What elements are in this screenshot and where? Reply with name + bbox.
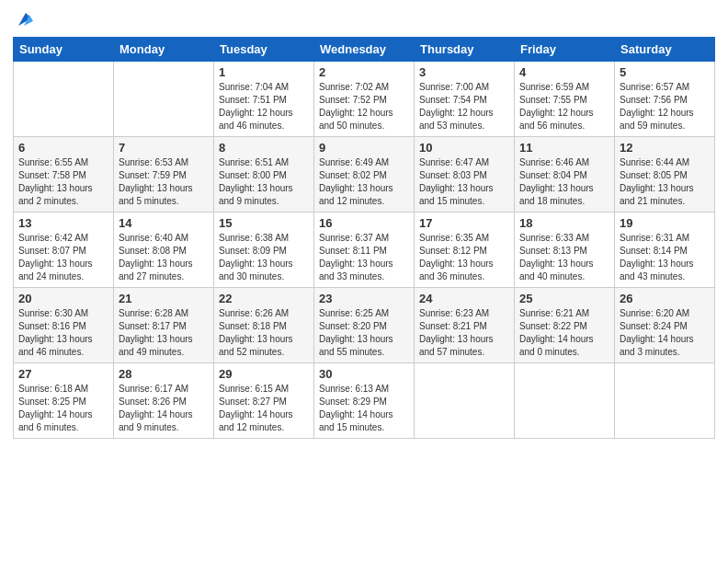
calendar-cell: 12Sunrise: 6:44 AM Sunset: 8:05 PM Dayli… — [615, 137, 715, 213]
header-row: SundayMondayTuesdayWednesdayThursdayFrid… — [14, 38, 715, 62]
day-info: Sunrise: 6:17 AM Sunset: 8:26 PM Dayligh… — [119, 383, 209, 434]
calendar-cell: 2Sunrise: 7:02 AM Sunset: 7:52 PM Daylig… — [314, 62, 415, 137]
day-info: Sunrise: 6:15 AM Sunset: 8:27 PM Dayligh… — [219, 383, 309, 434]
day-info: Sunrise: 7:04 AM Sunset: 7:51 PM Dayligh… — [219, 81, 309, 132]
calendar-cell: 29Sunrise: 6:15 AM Sunset: 8:27 PM Dayli… — [214, 363, 314, 439]
calendar-cell: 4Sunrise: 6:59 AM Sunset: 7:55 PM Daylig… — [515, 62, 615, 137]
calendar-cell: 24Sunrise: 6:23 AM Sunset: 8:21 PM Dayli… — [415, 288, 515, 363]
column-header-monday: Monday — [114, 38, 214, 62]
day-number: 10 — [419, 141, 509, 155]
day-info: Sunrise: 6:38 AM Sunset: 8:09 PM Dayligh… — [219, 232, 309, 283]
day-info: Sunrise: 6:25 AM Sunset: 8:20 PM Dayligh… — [319, 307, 409, 359]
day-number: 29 — [219, 367, 309, 381]
calendar-cell: 15Sunrise: 6:38 AM Sunset: 8:09 PM Dayli… — [214, 213, 314, 288]
day-info: Sunrise: 7:02 AM Sunset: 7:52 PM Dayligh… — [319, 81, 409, 132]
calendar-cell: 18Sunrise: 6:33 AM Sunset: 8:13 PM Dayli… — [515, 213, 615, 288]
day-info: Sunrise: 7:00 AM Sunset: 7:54 PM Dayligh… — [419, 81, 509, 132]
day-number: 8 — [219, 141, 309, 155]
calendar-cell: 10Sunrise: 6:47 AM Sunset: 8:03 PM Dayli… — [415, 137, 515, 213]
day-info: Sunrise: 6:57 AM Sunset: 7:56 PM Dayligh… — [620, 81, 710, 132]
calendar-cell: 25Sunrise: 6:21 AM Sunset: 8:22 PM Dayli… — [515, 288, 615, 363]
week-row-3: 13Sunrise: 6:42 AM Sunset: 8:07 PM Dayli… — [14, 213, 715, 288]
day-number: 14 — [119, 216, 209, 230]
day-number: 20 — [18, 292, 108, 305]
day-number: 11 — [519, 141, 609, 155]
calendar-cell: 16Sunrise: 6:37 AM Sunset: 8:11 PM Dayli… — [314, 213, 415, 288]
day-number: 6 — [18, 141, 108, 155]
column-header-wednesday: Wednesday — [314, 38, 415, 62]
day-info: Sunrise: 6:53 AM Sunset: 7:59 PM Dayligh… — [119, 156, 209, 208]
day-info: Sunrise: 6:28 AM Sunset: 8:17 PM Dayligh… — [119, 307, 209, 359]
calendar-cell: 3Sunrise: 7:00 AM Sunset: 7:54 PM Daylig… — [415, 62, 515, 137]
week-row-5: 27Sunrise: 6:18 AM Sunset: 8:25 PM Dayli… — [14, 363, 715, 439]
day-info: Sunrise: 6:59 AM Sunset: 7:55 PM Dayligh… — [519, 81, 609, 132]
day-number: 15 — [219, 216, 309, 230]
day-info: Sunrise: 6:55 AM Sunset: 7:58 PM Dayligh… — [18, 156, 108, 208]
day-info: Sunrise: 6:20 AM Sunset: 8:24 PM Dayligh… — [620, 307, 710, 359]
calendar-cell: 9Sunrise: 6:49 AM Sunset: 8:02 PM Daylig… — [314, 137, 415, 213]
day-info: Sunrise: 6:40 AM Sunset: 8:08 PM Dayligh… — [119, 232, 209, 283]
column-header-sunday: Sunday — [14, 38, 114, 62]
day-info: Sunrise: 6:26 AM Sunset: 8:18 PM Dayligh… — [219, 307, 309, 359]
week-row-2: 6Sunrise: 6:55 AM Sunset: 7:58 PM Daylig… — [14, 137, 715, 213]
calendar-table: SundayMondayTuesdayWednesdayThursdayFrid… — [13, 37, 715, 439]
calendar-cell — [415, 363, 515, 439]
column-header-thursday: Thursday — [415, 38, 515, 62]
day-number: 22 — [219, 292, 309, 305]
day-number: 2 — [319, 65, 409, 79]
day-number: 17 — [419, 216, 509, 230]
day-info: Sunrise: 6:33 AM Sunset: 8:13 PM Dayligh… — [519, 232, 609, 283]
day-info: Sunrise: 6:42 AM Sunset: 8:07 PM Dayligh… — [18, 232, 108, 283]
calendar-cell — [14, 62, 114, 137]
day-info: Sunrise: 6:18 AM Sunset: 8:25 PM Dayligh… — [18, 383, 108, 434]
calendar-cell: 30Sunrise: 6:13 AM Sunset: 8:29 PM Dayli… — [314, 363, 415, 439]
calendar-cell: 5Sunrise: 6:57 AM Sunset: 7:56 PM Daylig… — [615, 62, 715, 137]
day-number: 28 — [119, 367, 209, 381]
calendar-cell: 23Sunrise: 6:25 AM Sunset: 8:20 PM Dayli… — [314, 288, 415, 363]
day-info: Sunrise: 6:30 AM Sunset: 8:16 PM Dayligh… — [18, 307, 108, 359]
day-info: Sunrise: 6:46 AM Sunset: 8:04 PM Dayligh… — [519, 156, 609, 208]
calendar-cell: 27Sunrise: 6:18 AM Sunset: 8:25 PM Dayli… — [14, 363, 114, 439]
calendar-cell: 22Sunrise: 6:26 AM Sunset: 8:18 PM Dayli… — [214, 288, 314, 363]
calendar-cell — [515, 363, 615, 439]
calendar-cell: 13Sunrise: 6:42 AM Sunset: 8:07 PM Dayli… — [14, 213, 114, 288]
day-number: 19 — [620, 216, 710, 230]
calendar-cell: 17Sunrise: 6:35 AM Sunset: 8:12 PM Dayli… — [415, 213, 515, 288]
day-number: 13 — [18, 216, 108, 230]
calendar-cell: 1Sunrise: 7:04 AM Sunset: 7:51 PM Daylig… — [214, 62, 314, 137]
calendar-cell: 20Sunrise: 6:30 AM Sunset: 8:16 PM Dayli… — [14, 288, 114, 363]
day-number: 1 — [219, 65, 309, 79]
day-number: 18 — [519, 216, 609, 230]
week-row-1: 1Sunrise: 7:04 AM Sunset: 7:51 PM Daylig… — [14, 62, 715, 137]
day-number: 4 — [519, 65, 609, 79]
day-number: 12 — [620, 141, 710, 155]
calendar-cell — [615, 363, 715, 439]
day-info: Sunrise: 6:44 AM Sunset: 8:05 PM Dayligh… — [620, 156, 710, 208]
day-info: Sunrise: 6:21 AM Sunset: 8:22 PM Dayligh… — [519, 307, 609, 359]
day-number: 7 — [119, 141, 209, 155]
day-number: 3 — [419, 65, 509, 79]
column-header-tuesday: Tuesday — [214, 38, 314, 62]
calendar-cell: 21Sunrise: 6:28 AM Sunset: 8:17 PM Dayli… — [114, 288, 214, 363]
day-number: 16 — [319, 216, 409, 230]
calendar-cell: 26Sunrise: 6:20 AM Sunset: 8:24 PM Dayli… — [615, 288, 715, 363]
day-info: Sunrise: 6:49 AM Sunset: 8:02 PM Dayligh… — [319, 156, 409, 208]
column-header-friday: Friday — [515, 38, 615, 62]
calendar-cell: 14Sunrise: 6:40 AM Sunset: 8:08 PM Dayli… — [114, 213, 214, 288]
day-number: 9 — [319, 141, 409, 155]
logo — [13, 9, 35, 29]
calendar-cell: 19Sunrise: 6:31 AM Sunset: 8:14 PM Dayli… — [615, 213, 715, 288]
day-info: Sunrise: 6:23 AM Sunset: 8:21 PM Dayligh… — [419, 307, 509, 359]
calendar-cell: 6Sunrise: 6:55 AM Sunset: 7:58 PM Daylig… — [14, 137, 114, 213]
day-info: Sunrise: 6:51 AM Sunset: 8:00 PM Dayligh… — [219, 156, 309, 208]
calendar-cell: 7Sunrise: 6:53 AM Sunset: 7:59 PM Daylig… — [114, 137, 214, 213]
column-header-saturday: Saturday — [615, 38, 715, 62]
calendar-cell — [114, 62, 214, 137]
logo-icon — [15, 9, 35, 29]
page-container: SundayMondayTuesdayWednesdayThursdayFrid… — [0, 0, 728, 563]
day-number: 21 — [119, 292, 209, 305]
calendar-cell: 8Sunrise: 6:51 AM Sunset: 8:00 PM Daylig… — [214, 137, 314, 213]
day-info: Sunrise: 6:35 AM Sunset: 8:12 PM Dayligh… — [419, 232, 509, 283]
day-info: Sunrise: 6:47 AM Sunset: 8:03 PM Dayligh… — [419, 156, 509, 208]
day-number: 25 — [519, 292, 609, 305]
